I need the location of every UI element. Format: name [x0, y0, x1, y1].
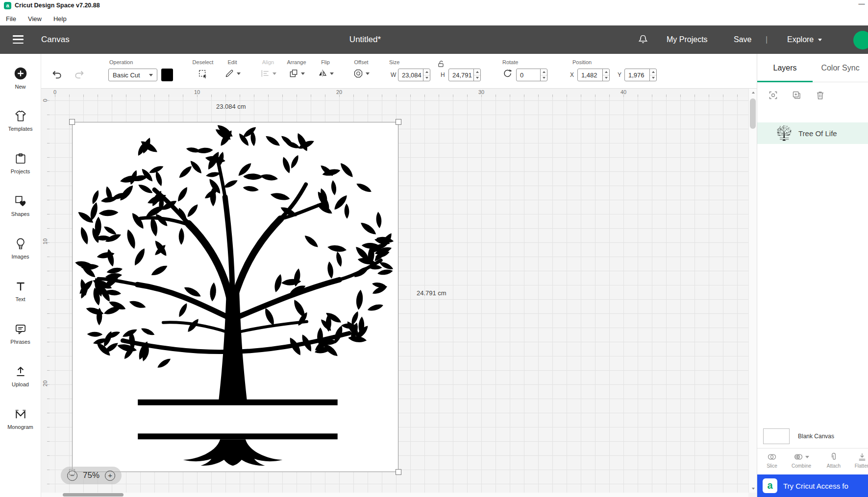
position-label: Position [572, 59, 592, 65]
flip-label: Flip [313, 59, 338, 65]
menu-view[interactable]: View [26, 14, 44, 24]
offset-button[interactable] [347, 69, 375, 78]
sidebar-item-images[interactable]: Images [0, 227, 41, 270]
templates-icon [14, 110, 27, 122]
redo-button[interactable] [72, 69, 87, 80]
chevron-down-icon [273, 72, 276, 75]
position-y-stepper[interactable]: 1,976 [624, 69, 657, 81]
stepper-arrows[interactable] [649, 69, 656, 81]
vertical-scroll-thumb[interactable] [750, 98, 756, 129]
stepper-arrows[interactable] [540, 69, 547, 81]
notifications-bell-icon[interactable] [637, 34, 649, 46]
chevron-down-icon [818, 39, 822, 41]
header-divider: | [766, 25, 768, 54]
stepper-arrows[interactable] [602, 69, 609, 81]
width-stepper[interactable]: 23,084 [398, 69, 430, 81]
window-title-bar: a Cricut Design Space v7.20.88 — [0, 0, 868, 12]
selection-height-dimension: 24.791 cm [417, 289, 446, 297]
attach-button[interactable]: Attach [820, 452, 847, 469]
duplicate-icon[interactable] [792, 90, 802, 100]
menu-help[interactable]: Help [51, 14, 69, 24]
stepper-arrows[interactable] [423, 69, 430, 81]
horizontal-scroll-thumb[interactable] [63, 493, 124, 497]
vertical-scrollbar[interactable] [748, 89, 757, 493]
sidebar-item-templates[interactable]: Templates [0, 99, 41, 142]
flip-icon [318, 69, 327, 78]
align-button[interactable] [254, 69, 282, 78]
design-canvas[interactable]: 23.084 cm 24.791 cm 0 10 20 30 40 0 10 2… [41, 89, 757, 497]
rotate-stepper[interactable]: 0 [516, 69, 547, 81]
sidebar-item-projects[interactable]: Projects [0, 142, 41, 185]
sidebar-item-upload[interactable]: Upload [0, 355, 41, 398]
flatten-icon [857, 452, 867, 462]
explore-menu[interactable]: Explore [787, 25, 822, 54]
blank-canvas-label: Blank Canvas [798, 433, 834, 440]
delete-icon[interactable] [815, 90, 825, 100]
selection-handle-top-right[interactable] [396, 119, 401, 125]
rotate-label: Rotate [502, 59, 518, 65]
selection-width-dimension: 23.084 cm [216, 103, 246, 110]
position-x-label: X [570, 71, 574, 78]
operation-color-swatch[interactable] [161, 69, 173, 81]
operation-label: Operation [109, 59, 133, 65]
selection-handle-bottom-right[interactable] [396, 469, 401, 475]
projects-icon [14, 152, 27, 165]
tab-color-sync[interactable]: Color Sync [813, 54, 868, 82]
position-x-stepper[interactable]: 1,482 [577, 69, 610, 81]
combine-button[interactable]: Combine [788, 452, 815, 469]
sidebar-item-shapes[interactable]: Shapes [0, 185, 41, 227]
sidebar-item-monogram[interactable]: Monogram [0, 398, 41, 440]
upload-icon [14, 365, 27, 378]
panel-tabs: Layers Color Sync [757, 54, 868, 82]
tab-layers[interactable]: Layers [757, 54, 813, 82]
banner-text: Try Cricut Access fo [783, 482, 848, 490]
selection-handle-top-left[interactable] [69, 119, 75, 125]
undo-button[interactable] [49, 69, 65, 80]
zoom-in-button[interactable]: + [105, 471, 115, 481]
left-sidebar: New Templates Projects Shapes Images Tex… [0, 54, 41, 497]
monogram-icon [14, 408, 27, 421]
document-title[interactable]: Untitled* [338, 25, 392, 54]
zoom-out-button[interactable]: − [67, 471, 77, 481]
profile-avatar[interactable] [853, 31, 868, 49]
menu-file[interactable]: File [4, 14, 18, 24]
stepper-arrows[interactable] [473, 69, 480, 81]
pencil-icon [224, 69, 234, 78]
scroll-down-icon[interactable] [749, 485, 757, 492]
hamburger-menu-icon[interactable] [13, 35, 24, 44]
edit-button[interactable] [220, 69, 245, 78]
layer-actions-bar: Slice Combine Attach Flatten [757, 448, 868, 474]
zoom-control: − 75% + [61, 467, 122, 484]
layer-item-tree-of-life[interactable]: Tree Of Life [757, 122, 868, 144]
my-projects-link[interactable]: My Projects [667, 25, 708, 54]
rotate-button[interactable] [501, 69, 514, 79]
selected-image-bounding-box[interactable] [72, 122, 398, 472]
save-button[interactable]: Save [734, 25, 751, 54]
tree-of-life-image[interactable] [73, 123, 397, 471]
flatten-button[interactable]: Flatten [848, 452, 868, 469]
scroll-up-icon[interactable] [749, 89, 757, 96]
position-y-label: Y [618, 71, 621, 78]
height-stepper[interactable]: 24,791 [448, 69, 481, 81]
flip-button[interactable] [313, 69, 338, 78]
select-area-icon[interactable] [768, 90, 778, 100]
aspect-lock-icon[interactable] [437, 60, 446, 70]
deselect-button[interactable] [188, 69, 218, 79]
blank-canvas-item[interactable]: Blank Canvas [757, 425, 868, 448]
sidebar-item-phrases[interactable]: Phrases [0, 312, 41, 355]
cricut-access-banner[interactable]: a Try Cricut Access fo [757, 474, 868, 497]
window-minimize-button[interactable]: — [857, 0, 867, 7]
size-w-label: W [391, 71, 396, 78]
layer-tools-row [757, 82, 868, 108]
slice-button[interactable]: Slice [758, 452, 786, 469]
canvas-view-label[interactable]: Canvas [41, 25, 70, 54]
attach-icon [829, 452, 839, 462]
menu-bar: File View Help [0, 12, 868, 25]
horizontal-scrollbar[interactable] [41, 493, 748, 497]
operation-dropdown[interactable]: Basic Cut [108, 69, 157, 81]
window-title: Cricut Design Space v7.20.88 [15, 2, 100, 9]
sidebar-item-new[interactable]: New [0, 57, 41, 99]
arrange-button[interactable] [282, 69, 311, 78]
blank-canvas-swatch[interactable] [763, 428, 790, 444]
sidebar-item-text[interactable]: Text [0, 270, 41, 312]
